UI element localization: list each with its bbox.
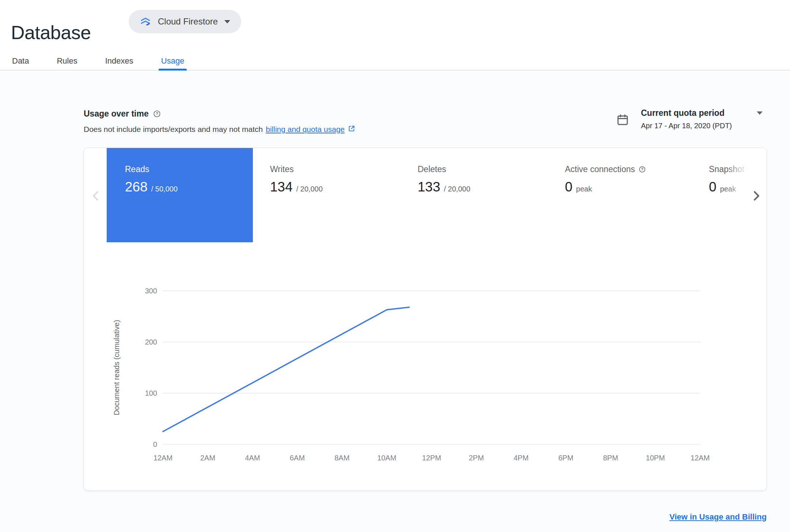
metric-tile-writes[interactable]: Writes 134 / 20,000 bbox=[270, 148, 391, 242]
billing-quota-usage-link[interactable]: billing and quota usage bbox=[266, 125, 345, 134]
svg-text:2PM: 2PM bbox=[469, 454, 484, 462]
svg-text:Document reads (cumulative): Document reads (cumulative) bbox=[113, 320, 121, 415]
svg-text:?: ? bbox=[641, 167, 643, 171]
metric-tile-deletes[interactable]: Deletes 133 / 20,000 bbox=[418, 148, 538, 242]
help-icon[interactable]: ? bbox=[153, 110, 161, 118]
svg-text:4PM: 4PM bbox=[513, 454, 528, 462]
svg-text:4AM: 4AM bbox=[245, 454, 260, 462]
writes-value: 134 bbox=[270, 179, 293, 195]
tab-usage[interactable]: Usage bbox=[160, 51, 186, 71]
quota-chevron-down-icon bbox=[757, 111, 763, 115]
carousel-next-button[interactable] bbox=[748, 188, 764, 204]
active-tab-underline bbox=[159, 69, 187, 71]
calendar-icon bbox=[616, 113, 629, 130]
tab-bar: Data Rules Indexes Usage bbox=[11, 51, 185, 71]
svg-text:12PM: 12PM bbox=[422, 454, 441, 462]
svg-text:?: ? bbox=[156, 111, 158, 116]
carousel-prev-button[interactable] bbox=[88, 188, 104, 204]
quota-period-label: Current quota period bbox=[641, 108, 725, 118]
reads-quota: / 50,000 bbox=[151, 185, 178, 193]
product-selector[interactable]: Cloud Firestore bbox=[129, 10, 241, 33]
view-usage-billing-link[interactable]: View in Usage and Billing bbox=[669, 512, 767, 522]
usage-card: Reads 268 / 50,000 Writes 134 / 20,000 D… bbox=[84, 148, 767, 491]
writes-quota: / 20,000 bbox=[296, 185, 323, 193]
usage-chart: 010020030012AM2AM4AM6AM8AM10AM12PM2PM4PM… bbox=[84, 283, 767, 477]
product-selector-label: Cloud Firestore bbox=[158, 16, 218, 27]
svg-text:10AM: 10AM bbox=[377, 454, 396, 462]
usage-over-time-heading: Usage over time ? bbox=[84, 109, 161, 119]
active-connections-value: 0 bbox=[565, 179, 573, 195]
svg-text:300: 300 bbox=[145, 287, 157, 295]
deletes-value: 133 bbox=[418, 179, 440, 195]
svg-text:0: 0 bbox=[153, 440, 157, 448]
tab-rules[interactable]: Rules bbox=[56, 51, 78, 71]
svg-text:6PM: 6PM bbox=[558, 454, 573, 462]
svg-text:12AM: 12AM bbox=[153, 454, 172, 462]
help-icon[interactable]: ? bbox=[638, 166, 646, 173]
metric-tile-reads[interactable]: Reads 268 / 50,000 bbox=[107, 148, 253, 242]
quota-period-selector[interactable]: Current quota period Apr 17 - Apr 18, 20… bbox=[616, 108, 763, 130]
usage-over-time-title: Usage over time bbox=[84, 109, 149, 119]
page-title: Database bbox=[11, 21, 91, 44]
quota-period-text: Current quota period Apr 17 - Apr 18, 20… bbox=[641, 108, 763, 130]
active-connections-unit: peak bbox=[576, 185, 592, 193]
usage-description: Does not include imports/exports and may… bbox=[84, 124, 356, 134]
svg-text:8AM: 8AM bbox=[334, 454, 349, 462]
svg-text:6AM: 6AM bbox=[290, 454, 305, 462]
reads-value: 268 bbox=[125, 179, 148, 195]
svg-text:2AM: 2AM bbox=[200, 454, 215, 462]
svg-text:100: 100 bbox=[145, 389, 157, 397]
tab-indexes[interactable]: Indexes bbox=[104, 51, 134, 71]
svg-text:10PM: 10PM bbox=[646, 454, 665, 462]
open-in-new-icon bbox=[347, 125, 356, 134]
svg-text:8PM: 8PM bbox=[603, 454, 618, 462]
quota-period-range: Apr 17 - Apr 18, 2020 (PDT) bbox=[641, 122, 763, 130]
firestore-icon bbox=[140, 16, 151, 27]
svg-text:200: 200 bbox=[145, 338, 157, 346]
deletes-quota: / 20,000 bbox=[444, 185, 470, 193]
metric-tile-active-connections[interactable]: Active connections ? 0 peak bbox=[565, 148, 700, 242]
usage-description-text: Does not include imports/exports and may… bbox=[84, 125, 263, 134]
tab-data[interactable]: Data bbox=[11, 51, 30, 71]
chevron-down-icon bbox=[224, 20, 230, 23]
svg-text:12AM: 12AM bbox=[691, 454, 710, 462]
snapshot-listeners-value: 0 bbox=[709, 179, 717, 195]
firestore-usage-page: Database Cloud Firestore Data Rules Inde… bbox=[0, 0, 790, 532]
